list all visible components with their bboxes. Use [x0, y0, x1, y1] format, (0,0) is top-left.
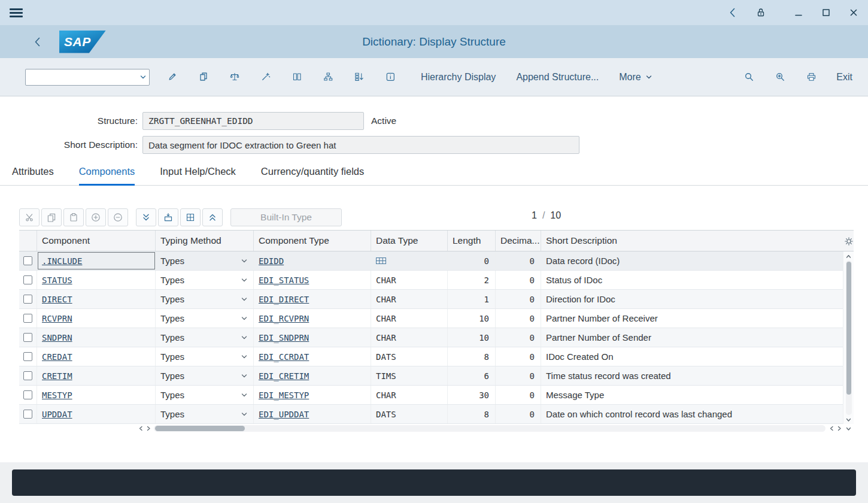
- chevron-down-icon[interactable]: [139, 74, 147, 80]
- component-link[interactable]: MESTYP: [42, 390, 72, 400]
- remove-row-button[interactable]: [108, 208, 128, 226]
- component-type-link[interactable]: EDI_STATUS: [259, 275, 309, 285]
- scroll-right-icon[interactable]: [835, 425, 843, 432]
- typing-method-select[interactable]: Types: [156, 405, 254, 423]
- sort-hierarchy-icon[interactable]: [348, 66, 370, 88]
- table-row[interactable]: SNDPRN Types EDI_SNDPRN CHAR 10 0 Partne…: [19, 328, 843, 347]
- scroll-left-icon[interactable]: [827, 425, 835, 432]
- tab-attributes[interactable]: Attributes: [12, 162, 54, 186]
- component-link[interactable]: DIRECT: [42, 295, 72, 304]
- header-short-description[interactable]: Short Description: [541, 231, 843, 251]
- hierarchy-icon[interactable]: [317, 66, 339, 88]
- copy-button[interactable]: [41, 208, 62, 226]
- horizontal-scrollbar[interactable]: [19, 424, 843, 433]
- row-checkbox[interactable]: [23, 352, 32, 361]
- component-type-link[interactable]: EDIDD: [259, 256, 284, 266]
- row-checkbox[interactable]: [23, 390, 32, 399]
- tab-components[interactable]: Components: [79, 162, 135, 186]
- exit-button[interactable]: Exit: [836, 72, 852, 83]
- header-data-type[interactable]: Data Type: [371, 231, 448, 251]
- add-row-button[interactable]: [86, 208, 106, 226]
- vscroll-thumb[interactable]: [846, 262, 851, 395]
- scroll-down-icon[interactable]: [843, 424, 854, 433]
- component-type-link[interactable]: EDI_CCRDAT: [259, 352, 309, 362]
- chevron-left-icon[interactable]: [727, 7, 738, 19]
- hscroll-thumb[interactable]: [155, 426, 245, 431]
- table-row[interactable]: STATUS Types EDI_STATUS CHAR 2 0 Status …: [19, 271, 843, 290]
- header-component-type[interactable]: Component Type: [254, 231, 371, 251]
- tab-input-help-check[interactable]: Input Help/Check: [160, 162, 236, 186]
- scroll-right-icon[interactable]: [144, 425, 152, 432]
- component-link[interactable]: CRETIM: [42, 371, 72, 381]
- row-checkbox[interactable]: [23, 333, 32, 342]
- vscroll-track[interactable]: [846, 260, 852, 415]
- more-menu-button[interactable]: More: [619, 72, 652, 83]
- short-description-field[interactable]: Data segment for IDOC extraction to Gree…: [142, 136, 579, 154]
- collapse-all-button[interactable]: [202, 208, 223, 226]
- component-link[interactable]: RCVPRN: [42, 314, 72, 323]
- typing-method-select[interactable]: Types: [156, 366, 254, 385]
- runtime-object-wand-icon[interactable]: [255, 66, 277, 88]
- typing-method-select[interactable]: Types: [156, 328, 254, 347]
- typing-method-select[interactable]: Types: [156, 271, 254, 289]
- table-row[interactable]: CRETIM Types EDI_CRETIM TIMS 6 0 Time st…: [19, 366, 843, 386]
- table-row[interactable]: UPDDAT Types EDI_UPDDAT DATS 8 0 Date on…: [19, 405, 843, 424]
- expand-all-button[interactable]: [136, 208, 156, 226]
- header-typing-method[interactable]: Typing Method: [156, 231, 254, 251]
- unlock-icon[interactable]: [755, 7, 766, 18]
- component-type-link[interactable]: EDI_MESTYP: [259, 390, 309, 400]
- built-in-type-button[interactable]: Built-In Type: [230, 208, 342, 226]
- typing-method-select[interactable]: Types: [156, 347, 254, 366]
- edit-icon[interactable]: [162, 66, 183, 88]
- menu-icon[interactable]: [10, 8, 23, 17]
- maximize-icon[interactable]: [821, 8, 831, 17]
- minimize-icon[interactable]: [794, 8, 803, 17]
- command-field-input[interactable]: [26, 69, 139, 85]
- table-row[interactable]: CREDAT Types EDI_CCRDAT DATS 8 0 IDoc Cr…: [19, 347, 843, 366]
- header-length[interactable]: Length: [448, 231, 496, 251]
- typing-method-select[interactable]: Types: [156, 290, 254, 308]
- row-checkbox[interactable]: [23, 371, 32, 380]
- tab-currency-quantity-fields[interactable]: Currency/quantity fields: [261, 162, 364, 186]
- row-checkbox[interactable]: [23, 256, 32, 265]
- typing-method-select[interactable]: Types: [156, 309, 254, 328]
- table-row[interactable]: RCVPRN Types EDI_RCVPRN CHAR 10 0 Partne…: [19, 309, 843, 328]
- table-row[interactable]: DIRECT Types EDI_DIRECT CHAR 1 0 Directi…: [19, 290, 843, 309]
- back-icon[interactable]: [32, 36, 43, 48]
- row-checkbox[interactable]: [23, 314, 32, 323]
- scroll-left-icon[interactable]: [136, 425, 144, 432]
- append-row-button[interactable]: [180, 208, 201, 226]
- component-link[interactable]: STATUS: [42, 275, 72, 285]
- component-type-link[interactable]: EDI_CRETIM: [259, 371, 309, 381]
- component-link[interactable]: SNDPRN: [42, 333, 72, 343]
- insert-row-button[interactable]: [158, 208, 178, 226]
- component-type-link[interactable]: EDI_DIRECT: [259, 295, 309, 304]
- structure-field[interactable]: ZRGTT_GREENHAT_EDIDD: [142, 112, 364, 130]
- header-decimals[interactable]: Decima...: [496, 231, 541, 251]
- row-checkbox[interactable]: [23, 295, 32, 304]
- information-icon[interactable]: [380, 66, 401, 88]
- scroll-down-icon[interactable]: [843, 415, 854, 424]
- row-checkbox[interactable]: [23, 410, 32, 419]
- component-type-link[interactable]: EDI_RCVPRN: [259, 314, 309, 323]
- search-icon[interactable]: [738, 66, 760, 88]
- typing-method-select[interactable]: Types: [156, 252, 254, 270]
- row-checkbox[interactable]: [23, 275, 32, 284]
- header-component[interactable]: Component: [37, 231, 156, 251]
- component-type-link[interactable]: EDI_SNDPRN: [259, 333, 309, 343]
- object-list-icon[interactable]: [193, 66, 214, 88]
- component-link[interactable]: .INCLUDE: [42, 256, 82, 266]
- typing-method-select[interactable]: Types: [156, 386, 254, 404]
- component-link[interactable]: CREDAT: [42, 352, 72, 362]
- table-settings-gear-icon[interactable]: [843, 230, 854, 252]
- hierarchy-display-button[interactable]: Hierarchy Display: [421, 72, 496, 83]
- cut-button[interactable]: [19, 208, 40, 226]
- table-row[interactable]: .INCLUDE Types EDIDD 0 0 Data record (ID…: [19, 252, 843, 271]
- compare-icon[interactable]: [286, 66, 308, 88]
- table-row[interactable]: MESTYP Types EDI_MESTYP CHAR 30 0 Messag…: [19, 386, 843, 405]
- scroll-up-icon[interactable]: [843, 252, 854, 260]
- component-type-link[interactable]: EDI_UPDDAT: [259, 410, 309, 419]
- print-icon[interactable]: [800, 66, 822, 88]
- append-structure-button[interactable]: Append Structure...: [516, 72, 599, 83]
- hscroll-track[interactable]: [154, 425, 825, 432]
